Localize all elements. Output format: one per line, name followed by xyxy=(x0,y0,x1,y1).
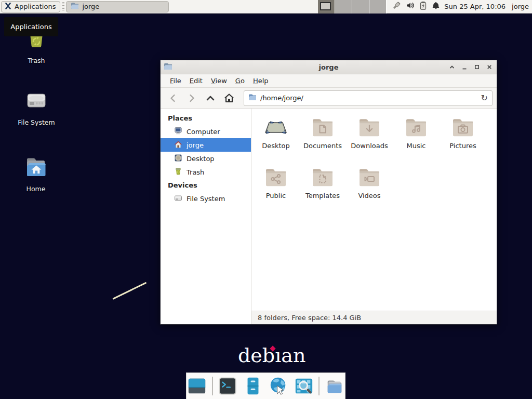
xfce-logo-icon xyxy=(4,2,12,11)
menu-bar: File Edit View Go Help xyxy=(161,74,497,88)
file-item-label: Desktop xyxy=(252,142,299,150)
home-icon[interactable] xyxy=(221,90,237,106)
home-folder-icon xyxy=(7,155,64,183)
file-item-music[interactable]: Music xyxy=(393,116,440,150)
debian-logo-text: ı xyxy=(275,344,281,367)
sidebar-item-desktop[interactable]: Desktop xyxy=(161,152,251,165)
folder-icon[interactable] xyxy=(324,376,345,396)
file-item-templates[interactable]: Templates xyxy=(299,166,346,200)
documents-folder-icon xyxy=(299,116,346,141)
sidebar-item-label: Desktop xyxy=(187,155,215,163)
sidebar-header-places: Places xyxy=(161,112,251,125)
file-item-public[interactable]: Public xyxy=(252,166,299,200)
file-item-label: Videos xyxy=(346,192,393,200)
file-manager-window: jorge File Edit View Go Help xyxy=(160,60,497,325)
menu-help[interactable]: Help xyxy=(249,75,273,87)
file-item-desktop[interactable]: Desktop xyxy=(252,116,299,150)
videos-folder-icon xyxy=(346,166,393,191)
sidebar-item-computer[interactable]: Computer xyxy=(161,125,251,138)
sidebar-item-trash[interactable]: Trash xyxy=(161,165,251,179)
desktop[interactable]: { "panel": { "applications_label": "Appl… xyxy=(0,0,532,399)
file-item-label: Downloads xyxy=(346,142,393,150)
workspace-1[interactable] xyxy=(318,0,335,14)
status-bar: 8 folders, Free space: 14.4 GiB xyxy=(251,311,497,324)
dock-separator xyxy=(318,377,320,395)
desktop-icon-filesystem[interactable]: File System xyxy=(8,87,65,126)
file-item-label: Music xyxy=(393,142,440,150)
taskbar-window-label: jorge xyxy=(82,3,99,10)
status-text: 8 folders, Free space: 14.4 GiB xyxy=(258,314,361,322)
panel-handle[interactable] xyxy=(62,2,64,11)
close-icon[interactable] xyxy=(485,63,494,71)
desktop-icon-label: Home xyxy=(7,185,64,193)
pathbar-folder-icon xyxy=(248,93,257,103)
file-item-label: Pictures xyxy=(440,142,486,150)
battery-charging-icon[interactable] xyxy=(419,1,427,12)
back-icon[interactable] xyxy=(165,90,181,106)
applications-tooltip: Applications xyxy=(4,17,58,36)
desktop-icon xyxy=(174,154,182,164)
file-grid[interactable]: Desktop Documents Downloads xyxy=(251,109,497,311)
file-item-label: Public xyxy=(252,192,299,200)
home-icon xyxy=(174,140,182,150)
pictures-folder-icon xyxy=(440,116,486,141)
file-manager-icon[interactable] xyxy=(243,376,263,396)
forward-icon[interactable] xyxy=(183,90,200,106)
workspace-pager[interactable] xyxy=(318,0,387,14)
debian-logo: debıan xyxy=(238,344,305,367)
panel-clock[interactable]: Sun 25 Apr, 10:06 xyxy=(444,3,506,10)
file-item-pictures[interactable]: Pictures xyxy=(440,116,486,150)
show-desktop-icon[interactable] xyxy=(187,376,207,396)
computer-icon xyxy=(174,127,182,137)
notifications-bell-icon[interactable] xyxy=(432,1,440,12)
sidebar: Places Computer jorge Desktop xyxy=(161,109,251,324)
up-icon[interactable] xyxy=(202,90,219,106)
taskbar-window-button[interactable]: jorge xyxy=(66,1,169,12)
file-item-label: Documents xyxy=(299,142,346,150)
hard-drive-icon xyxy=(8,87,65,116)
workspace-4[interactable] xyxy=(369,0,387,14)
menu-edit[interactable]: Edit xyxy=(185,75,207,87)
app-finder-icon[interactable] xyxy=(294,376,314,396)
terminal-icon[interactable] xyxy=(218,376,238,396)
desktop-icon-label: File System xyxy=(8,118,65,126)
dock-panel xyxy=(186,373,345,399)
applications-menu-button[interactable]: Applications xyxy=(1,1,60,12)
top-panel: Applications jorge Sun 25 Apr, 10:06 jor… xyxy=(0,0,532,14)
file-item-documents[interactable]: Documents xyxy=(299,116,346,150)
pathbar-path[interactable]: /home/jorge/ xyxy=(260,94,477,102)
sidebar-item-label: File System xyxy=(187,195,225,203)
templates-folder-icon xyxy=(299,166,346,191)
desktop-folder-icon xyxy=(252,116,299,141)
menu-view[interactable]: View xyxy=(207,75,231,87)
desktop-icon-home[interactable]: Home xyxy=(7,155,64,193)
volume-icon[interactable] xyxy=(406,1,415,12)
window-titlebar[interactable]: jorge xyxy=(161,60,497,74)
network-icon[interactable] xyxy=(392,1,401,12)
file-item-label: Templates xyxy=(299,192,346,200)
public-folder-icon xyxy=(252,166,299,191)
minimize-icon[interactable] xyxy=(460,63,469,71)
shade-icon[interactable] xyxy=(448,63,456,71)
desktop-icon-label: Trash xyxy=(8,57,65,64)
taskbar-folder-icon xyxy=(71,2,79,11)
downloads-folder-icon xyxy=(346,116,393,141)
wallpaper-stroke-artifact xyxy=(112,282,147,300)
menu-file[interactable]: File xyxy=(166,75,185,87)
window-title: jorge xyxy=(161,63,497,71)
sidebar-item-filesystem[interactable]: File System xyxy=(161,192,251,205)
system-tray xyxy=(392,1,440,12)
file-item-videos[interactable]: Videos xyxy=(346,166,393,200)
maximize-icon[interactable] xyxy=(473,63,481,71)
workspace-3[interactable] xyxy=(352,0,369,14)
sidebar-item-jorge[interactable]: jorge xyxy=(161,138,251,152)
workspace-2[interactable] xyxy=(335,0,352,14)
applications-menu-label: Applications xyxy=(15,3,56,10)
file-item-downloads[interactable]: Downloads xyxy=(346,116,393,150)
web-browser-icon[interactable] xyxy=(268,376,289,396)
menu-go[interactable]: Go xyxy=(231,75,249,87)
reload-icon[interactable]: ↻ xyxy=(481,94,488,102)
tooltip-text: Applications xyxy=(10,23,51,31)
debian-logo-text: an xyxy=(281,344,305,367)
pathbar[interactable]: /home/jorge/ ↻ xyxy=(244,90,493,106)
